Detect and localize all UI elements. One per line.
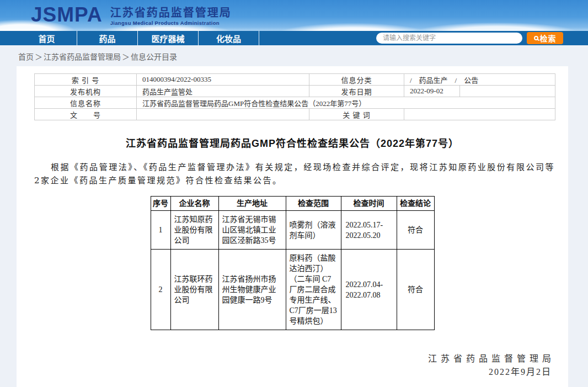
result-cell: 符合 bbox=[397, 250, 434, 330]
result-cell: 原料药（盐酸达泊西汀）（二车间 C7厂房二层合成专用生产线、C7厂房一层13号精… bbox=[286, 250, 341, 330]
result-col-header-2: 生产地址 bbox=[218, 197, 286, 211]
content-panel: 索 引 号 014000394/2022-00335 信息分类 / 药品生产 /… bbox=[17, 66, 568, 387]
result-col-header-1: 企业名称 bbox=[170, 197, 218, 211]
meta-value-index: 014000394/2022-00335 bbox=[137, 74, 309, 86]
meta-value-category: / 药品生产 / 公告 bbox=[404, 74, 555, 86]
nav-item-3[interactable]: 化妆品 bbox=[199, 31, 259, 45]
result-cell: 1 bbox=[151, 211, 170, 250]
result-col-header-4: 检查时间 bbox=[341, 197, 397, 211]
meta-info-table: 索 引 号 014000394/2022-00335 信息分类 / 药品生产 /… bbox=[34, 73, 555, 120]
result-col-header-3: 检查范围 bbox=[286, 197, 341, 211]
result-cell: 符合 bbox=[397, 211, 434, 250]
meta-value-keyword bbox=[404, 109, 555, 120]
search-area: 检索 bbox=[376, 32, 563, 44]
result-cell: 江苏省扬州市扬州生物健康产业园健康一路9号 bbox=[218, 250, 286, 330]
search-input[interactable] bbox=[376, 33, 522, 44]
search-icon bbox=[534, 36, 538, 40]
result-col-header-0: 序号 bbox=[151, 197, 170, 211]
meta-label-docno: 文 号 bbox=[35, 109, 137, 120]
search-button[interactable]: 检索 bbox=[527, 32, 563, 44]
meta-label-name: 信息名称 bbox=[35, 97, 137, 109]
nav-item-1[interactable]: 药品 bbox=[77, 31, 138, 45]
meta-value-date: 2022-09-02 bbox=[404, 86, 460, 97]
table-row-2: 2江苏联环药业股份有限公司江苏省扬州市扬州生物健康产业园健康一路9号原料药（盐酸… bbox=[151, 250, 434, 330]
breadcrumb-link-1[interactable]: 江苏省药品监督管理局 bbox=[44, 52, 121, 61]
org-name-cn: 江苏省药品监督管理局 bbox=[110, 7, 232, 19]
breadcrumb-link-0[interactable]: 首页 bbox=[18, 52, 34, 61]
meta-row-name: 信息名称 江苏省药品监督管理局药品GMP符合性检查结果公告（2022年第77号） bbox=[35, 97, 555, 109]
signature-org: 江苏省药品监督管理局 bbox=[17, 352, 555, 365]
result-cell: 2022.05.17-2022.05.20 bbox=[341, 211, 397, 250]
nav-item-2[interactable]: 医疗器械 bbox=[138, 31, 199, 45]
meta-label-keyword: 关 键 词 bbox=[309, 109, 404, 120]
meta-row-docno: 文 号 关 键 词 bbox=[35, 109, 555, 120]
result-cell: 江苏省无锡市锡山区锡北镇工业园区泾新路35号 bbox=[218, 211, 286, 250]
logo-acronym: JSMPA bbox=[31, 3, 103, 27]
meta-label-date: 发布日期 bbox=[309, 86, 404, 97]
result-cell: 2022.07.04-2022.07.08 bbox=[341, 250, 397, 330]
inspection-result-table: 序号企业名称生产地址检查范围检查时间检查结论 1江苏知原药业股份有限公司江苏省无… bbox=[151, 196, 435, 330]
breadcrumb: 首页＞江苏省药品监督管理局＞信息公开目录 bbox=[18, 51, 177, 62]
breadcrumb-separator: ＞ bbox=[122, 52, 130, 61]
result-cell: 江苏知原药业股份有限公司 bbox=[170, 211, 218, 250]
nav-items: 首页药品医疗器械化妆品 bbox=[17, 31, 259, 45]
meta-cell-empty bbox=[460, 86, 555, 97]
meta-label-index: 索 引 号 bbox=[35, 74, 137, 86]
search-button-label: 检索 bbox=[540, 33, 557, 44]
main-nav: 首页药品医疗器械化妆品 检索 bbox=[0, 31, 588, 45]
result-cell: 喷雾剂（溶液剂车间） bbox=[286, 211, 341, 250]
result-col-header-5: 检查结论 bbox=[397, 197, 434, 211]
nav-item-0[interactable]: 首页 bbox=[17, 31, 77, 45]
table-row-1: 1江苏知原药业股份有限公司江苏省无锡市锡山区锡北镇工业园区泾新路35号喷雾剂（溶… bbox=[151, 211, 434, 250]
page-title: 江苏省药品监督管理局药品GMP符合性检查结果公告（2022年第77号） bbox=[17, 135, 568, 150]
signature-date: 2022年9月2日 bbox=[17, 365, 555, 379]
result-cell: 江苏联环药业股份有限公司 bbox=[170, 250, 218, 330]
announcement-paragraph: 根据《药品管理法》、《药品生产监督管理办法》有关规定，经现场检查并综合评定，现将… bbox=[34, 161, 555, 187]
signature-block: 江苏省药品监督管理局 2022年9月2日 bbox=[17, 352, 555, 379]
sky-banner: JSMPA 江苏省药品监督管理局 Jiangsu Medical Product… bbox=[0, 0, 588, 31]
meta-label-agency: 发布机构 bbox=[35, 86, 137, 97]
jsmpa-logo[interactable]: JSMPA 江苏省药品监督管理局 Jiangsu Medical Product… bbox=[31, 3, 232, 27]
meta-label-category: 信息分类 bbox=[309, 74, 404, 86]
meta-value-docno bbox=[137, 109, 309, 120]
result-cell: 2 bbox=[151, 250, 170, 330]
breadcrumb-link-2[interactable]: 信息公开目录 bbox=[131, 52, 177, 61]
meta-row-index: 索 引 号 014000394/2022-00335 信息分类 / 药品生产 /… bbox=[35, 74, 555, 86]
breadcrumb-separator: ＞ bbox=[35, 52, 42, 61]
meta-value-name: 江苏省药品监督管理局药品GMP符合性检查结果公告（2022年第77号） bbox=[137, 97, 555, 109]
meta-value-agency: 药品生产监管处 bbox=[137, 86, 309, 97]
result-header-row: 序号企业名称生产地址检查范围检查时间检查结论 bbox=[151, 197, 434, 211]
meta-row-agency: 发布机构 药品生产监管处 发布日期 2022-09-02 bbox=[35, 86, 555, 97]
org-name-en: Jiangsu Medical Products Administration bbox=[110, 20, 232, 26]
org-title-block: 江苏省药品监督管理局 Jiangsu Medical Products Admi… bbox=[110, 7, 232, 26]
